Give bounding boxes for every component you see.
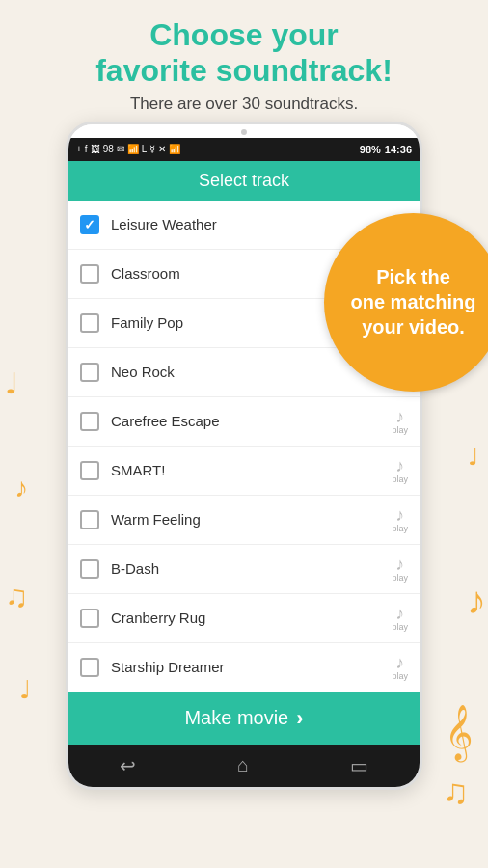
subheadline: There are over 30 soundtracks. <box>29 95 459 114</box>
track-checkbox[interactable] <box>80 412 99 431</box>
arrow-right-icon: › <box>296 706 303 731</box>
track-name: B-Dash <box>111 560 392 577</box>
track-checkbox[interactable] <box>80 658 99 677</box>
play-button[interactable]: ♪play <box>392 556 408 583</box>
track-checkbox[interactable] <box>80 363 99 382</box>
bottom-navigation: ↩ ⌂ ▭ <box>68 745 420 787</box>
play-button[interactable]: ♪play <box>392 654 408 681</box>
play-label: play <box>392 425 408 435</box>
home-icon[interactable]: ⌂ <box>237 754 249 776</box>
play-label: play <box>392 524 408 533</box>
music-note-icon: ♪ <box>395 506 404 524</box>
headline: Choose your favorite soundtrack! <box>29 17 459 89</box>
clock: 14:36 <box>385 144 412 155</box>
track-name: Carefree Escape <box>111 413 392 429</box>
phone-frame: + f 🖼 98 ✉ 📶 L ☿ ✕ 📶 98% 14:36 Select tr… <box>66 122 422 790</box>
track-item[interactable]: SMART!♪play <box>68 447 420 496</box>
select-track-header: Select track <box>68 161 420 201</box>
track-checkbox[interactable] <box>80 264 99 284</box>
track-checkbox[interactable] <box>80 609 99 628</box>
status-right: 98% 14:36 <box>360 144 412 155</box>
status-bar: + f 🖼 98 ✉ 📶 L ☿ ✕ 📶 98% 14:36 <box>68 138 420 161</box>
battery-indicator: 98% <box>360 144 381 155</box>
track-item[interactable]: Starship Dreamer♪play <box>68 643 420 692</box>
track-item[interactable]: Warm Feeling♪play <box>68 496 420 545</box>
music-note-icon: ♪ <box>395 556 404 573</box>
music-note-icon: ♪ <box>395 654 404 671</box>
track-item[interactable]: B-Dash♪play <box>68 545 420 594</box>
play-button[interactable]: ♪play <box>392 605 408 632</box>
track-name: Starship Dreamer <box>111 659 392 675</box>
track-checkbox[interactable] <box>80 510 99 529</box>
make-movie-button[interactable]: Make movie › <box>68 692 420 745</box>
music-note-icon: ♪ <box>395 457 404 475</box>
play-label: play <box>392 475 408 484</box>
music-note-icon: ♪ <box>395 605 404 622</box>
track-name: Warm Feeling <box>111 511 392 528</box>
track-item[interactable]: Cranberry Rug♪play <box>68 594 420 643</box>
camera-dot <box>241 129 247 135</box>
callout-text: Pick the one matching your video. <box>350 264 475 339</box>
play-button[interactable]: ♪play <box>392 408 408 435</box>
make-movie-label: Make movie <box>184 707 288 729</box>
music-note-icon: ♪ <box>395 408 404 425</box>
track-name: Neo Rock <box>111 364 392 380</box>
play-label: play <box>392 622 408 632</box>
recents-icon[interactable]: ▭ <box>350 754 368 777</box>
track-name: Leisure Weather <box>111 216 392 232</box>
track-checkbox[interactable] <box>80 461 99 480</box>
track-checkbox[interactable]: ✓ <box>80 215 99 234</box>
track-name: SMART! <box>111 462 392 478</box>
play-label: play <box>392 671 408 681</box>
play-label: play <box>392 573 408 583</box>
play-button[interactable]: ♪play <box>392 506 408 533</box>
callout-bubble: Pick the one matching your video. <box>324 213 488 392</box>
track-item[interactable]: Carefree Escape♪play <box>68 397 420 447</box>
track-checkbox[interactable] <box>80 313 99 333</box>
play-button[interactable]: ♪play <box>392 457 408 484</box>
checkmark-icon: ✓ <box>84 218 95 231</box>
track-checkbox[interactable] <box>80 559 99 579</box>
back-icon[interactable]: ↩ <box>120 754 136 777</box>
status-left-icons: + f 🖼 98 ✉ 📶 L ☿ ✕ 📶 <box>76 144 180 154</box>
track-name: Cranberry Rug <box>111 610 392 626</box>
